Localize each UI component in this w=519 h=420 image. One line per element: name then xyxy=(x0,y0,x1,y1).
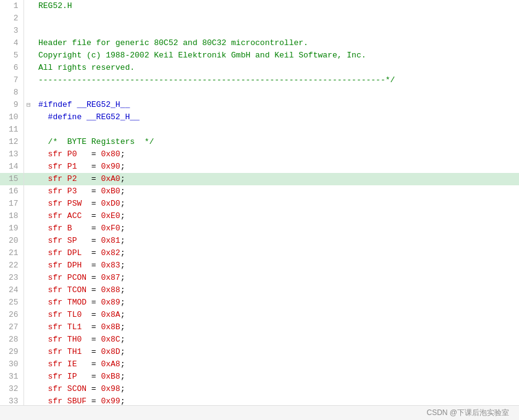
fold-indicator xyxy=(23,371,33,383)
fold-indicator xyxy=(23,235,33,247)
fold-indicator xyxy=(23,136,33,148)
table-row: 6All rights reserved. xyxy=(0,62,519,74)
fold-indicator xyxy=(23,309,33,321)
code-line: #ifndef __REG52_H__ xyxy=(33,99,519,111)
table-row: 9⊟#ifndef __REG52_H__ xyxy=(0,99,519,111)
line-number: 19 xyxy=(0,222,23,235)
line-number: 9 xyxy=(0,99,23,111)
line-number: 13 xyxy=(0,148,23,161)
table-row: 27 sfr TL1 = 0x8B; xyxy=(0,321,519,334)
table-row: 33 sfr SBUF = 0x99; xyxy=(0,395,519,405)
code-line: sfr B = 0xF0; xyxy=(33,222,519,235)
line-number: 17 xyxy=(0,198,23,210)
line-number: 23 xyxy=(0,272,23,284)
table-row: 32 sfr SCON = 0x98; xyxy=(0,383,519,395)
table-row: 11 xyxy=(0,124,519,136)
line-number: 24 xyxy=(0,284,23,296)
line-number: 4 xyxy=(0,37,23,49)
fold-indicator xyxy=(23,334,33,346)
fold-indicator xyxy=(23,111,33,124)
fold-indicator xyxy=(23,0,33,12)
table-row: 28 sfr TH0 = 0x8C; xyxy=(0,334,519,346)
fold-indicator xyxy=(23,222,33,235)
fold-indicator xyxy=(23,86,33,99)
fold-indicator xyxy=(23,247,33,259)
code-line: sfr SP = 0x81; xyxy=(33,235,519,247)
table-row: 30 sfr IE = 0xA8; xyxy=(0,358,519,371)
fold-indicator xyxy=(23,185,33,198)
table-row: 31 sfr IP = 0xB8; xyxy=(0,371,519,383)
line-number: 22 xyxy=(0,259,23,272)
line-number: 21 xyxy=(0,247,23,259)
code-line: sfr PCON = 0x87; xyxy=(33,272,519,284)
code-line: sfr TCON = 0x88; xyxy=(33,284,519,296)
fold-indicator xyxy=(23,395,33,405)
code-line: sfr SBUF = 0x99; xyxy=(33,395,519,405)
fold-indicator[interactable]: ⊟ xyxy=(23,99,33,111)
code-line: sfr PSW = 0xD0; xyxy=(33,198,519,210)
table-row: 7---------------------------------------… xyxy=(0,74,519,86)
code-line: sfr TL1 = 0x8B; xyxy=(33,321,519,334)
table-row: 10 #define __REG52_H__ xyxy=(0,111,519,124)
table-row: 15 sfr P2 = 0xA0; xyxy=(0,173,519,185)
line-number: 32 xyxy=(0,383,23,395)
code-line: sfr SCON = 0x98; xyxy=(33,383,519,395)
table-row: 1REG52.H xyxy=(0,0,519,12)
line-number: 11 xyxy=(0,124,23,136)
table-row: 16 sfr P3 = 0xB0; xyxy=(0,185,519,198)
line-number: 12 xyxy=(0,136,23,148)
code-line: REG52.H xyxy=(33,0,519,12)
code-line: Copyright (c) 1988-2002 Keil Elektronik … xyxy=(33,49,519,62)
fold-indicator xyxy=(23,210,33,222)
code-line: sfr P1 = 0x90; xyxy=(33,161,519,173)
line-number: 31 xyxy=(0,371,23,383)
code-line: sfr TL0 = 0x8A; xyxy=(33,309,519,321)
fold-indicator xyxy=(23,198,33,210)
fold-indicator xyxy=(23,25,33,37)
table-row: 13 sfr P0 = 0x80; xyxy=(0,148,519,161)
fold-indicator xyxy=(23,74,33,86)
code-line: /* BYTE Registers */ xyxy=(33,136,519,148)
fold-indicator xyxy=(23,49,33,62)
fold-indicator xyxy=(23,173,33,185)
table-row: 5Copyright (c) 1988-2002 Keil Elektronik… xyxy=(0,49,519,62)
table-row: 22 sfr DPH = 0x83; xyxy=(0,259,519,272)
line-number: 10 xyxy=(0,111,23,124)
code-line xyxy=(33,86,519,99)
code-line: sfr P0 = 0x80; xyxy=(33,148,519,161)
fold-indicator xyxy=(23,346,33,358)
fold-indicator xyxy=(23,161,33,173)
watermark-text: CSDN @下课后泡实验室 xyxy=(426,408,509,418)
table-row: 3 xyxy=(0,25,519,37)
code-line: sfr IE = 0xA8; xyxy=(33,358,519,371)
fold-indicator xyxy=(23,296,33,309)
table-row: 4Header file for generic 80C52 and 80C32… xyxy=(0,37,519,49)
code-line: sfr TH1 = 0x8D; xyxy=(33,346,519,358)
fold-indicator xyxy=(23,62,33,74)
line-number: 25 xyxy=(0,296,23,309)
code-line: ----------------------------------------… xyxy=(33,74,519,86)
line-number: 27 xyxy=(0,321,23,334)
line-number: 26 xyxy=(0,309,23,321)
fold-indicator xyxy=(23,284,33,296)
line-number: 2 xyxy=(0,12,23,25)
code-line xyxy=(33,124,519,136)
table-row: 24 sfr TCON = 0x88; xyxy=(0,284,519,296)
table-row: 26 sfr TL0 = 0x8A; xyxy=(0,309,519,321)
code-line: sfr ACC = 0xE0; xyxy=(33,210,519,222)
code-line: All rights reserved. xyxy=(33,62,519,74)
line-number: 7 xyxy=(0,74,23,86)
table-row: 14 sfr P1 = 0x90; xyxy=(0,161,519,173)
line-number: 6 xyxy=(0,62,23,74)
code-line: sfr DPL = 0x82; xyxy=(33,247,519,259)
line-number: 8 xyxy=(0,86,23,99)
fold-indicator xyxy=(23,358,33,371)
code-line: sfr TH0 = 0x8C; xyxy=(33,334,519,346)
line-number: 33 xyxy=(0,395,23,405)
table-row: 18 sfr ACC = 0xE0; xyxy=(0,210,519,222)
code-line: sfr TMOD = 0x89; xyxy=(33,296,519,309)
table-row: 19 sfr B = 0xF0; xyxy=(0,222,519,235)
line-number: 1 xyxy=(0,0,23,12)
line-number: 15 xyxy=(0,173,23,185)
table-row: 2 xyxy=(0,12,519,25)
